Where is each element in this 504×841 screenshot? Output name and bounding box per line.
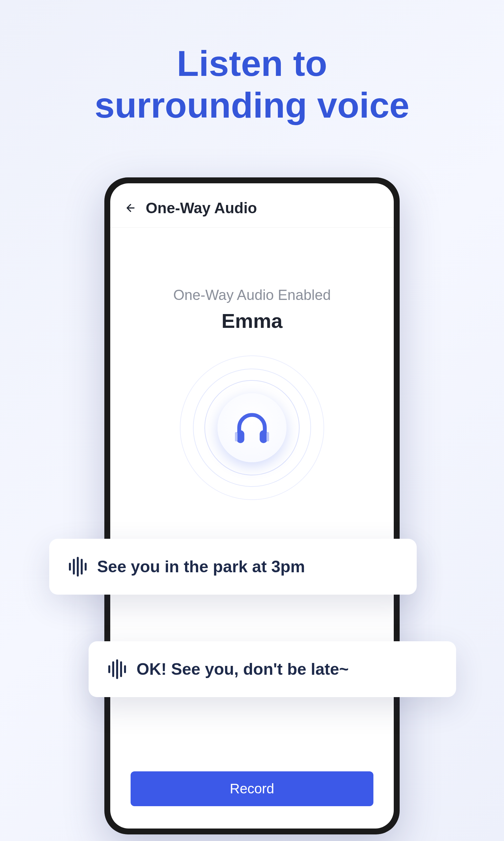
record-button[interactable]: Record (131, 771, 373, 806)
headphones-badge (218, 393, 286, 462)
phone-mockup: One-Way Audio One-Way Audio Enabled Emma (104, 177, 400, 835)
svg-rect-3 (267, 432, 269, 442)
transcript-bubble: See you in the park at 3pm (49, 539, 417, 595)
screen-header: One-Way Audio (110, 183, 394, 228)
back-button[interactable] (124, 201, 137, 214)
hero-title: Listen to surrounding voice (0, 0, 504, 126)
app-screen: One-Way Audio One-Way Audio Enabled Emma (110, 183, 394, 828)
audio-status-label: One-Way Audio Enabled (110, 287, 394, 303)
arrow-left-icon (125, 202, 137, 214)
hero-title-line2: surrounding voice (94, 85, 410, 125)
hero-title-line1: Listen to (177, 43, 327, 83)
svg-rect-2 (235, 432, 237, 442)
listening-indicator (180, 356, 324, 500)
waveform-icon (69, 558, 87, 576)
headphones-icon (231, 406, 273, 449)
person-name: Emma (110, 309, 394, 332)
screen-title: One-Way Audio (146, 199, 257, 217)
phone-frame: One-Way Audio One-Way Audio Enabled Emma (104, 177, 400, 835)
waveform-icon (108, 660, 126, 678)
transcript-bubble: OK! See you, don't be late~ (89, 641, 456, 697)
svg-rect-0 (237, 430, 244, 443)
svg-rect-1 (259, 430, 267, 443)
transcript-text: See you in the park at 3pm (97, 557, 305, 576)
transcript-text: OK! See you, don't be late~ (137, 660, 349, 679)
